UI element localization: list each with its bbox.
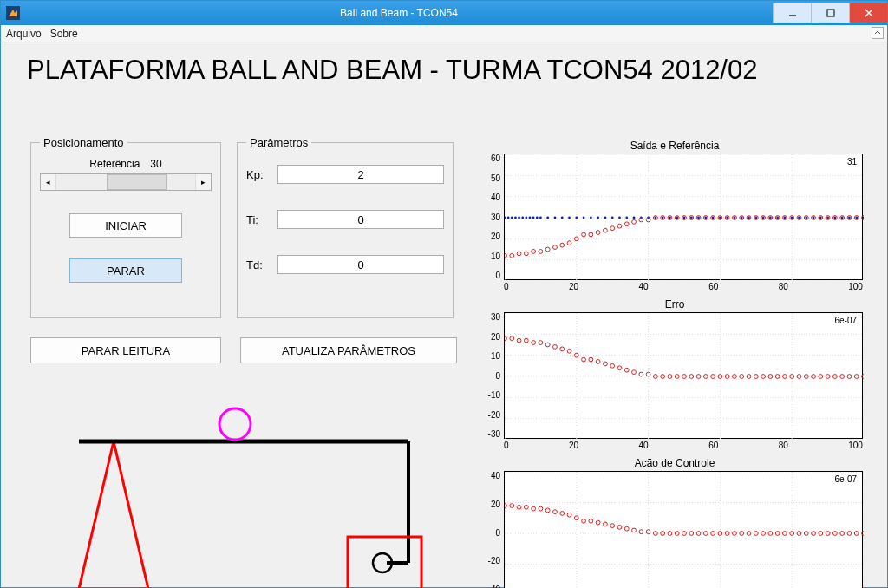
svg-point-202 — [510, 504, 514, 508]
slider-thumb[interactable] — [107, 174, 167, 190]
svg-point-49 — [683, 217, 686, 219]
svg-point-69 — [826, 217, 829, 219]
td-label: Td: — [246, 258, 269, 271]
svg-point-145 — [545, 343, 550, 347]
stop-read-button[interactable]: PARAR LEITURA — [30, 337, 221, 363]
svg-point-181 — [804, 375, 808, 379]
slider-track[interactable] — [56, 174, 195, 190]
svg-point-212 — [582, 519, 586, 523]
chart-title: Acão de Controle — [478, 457, 872, 469]
svg-point-204 — [524, 505, 528, 509]
svg-point-58 — [748, 217, 750, 219]
svg-point-148 — [567, 349, 571, 353]
svg-point-210 — [567, 513, 571, 517]
chart-2: Acão de Controle 40200-20-40 6e-07 02040… — [478, 457, 872, 588]
positioning-legend: Posicionamento — [40, 136, 127, 149]
svg-point-34 — [575, 217, 578, 219]
svg-point-218 — [624, 526, 629, 531]
svg-point-91 — [617, 224, 622, 228]
svg-point-152 — [596, 360, 600, 364]
svg-point-86 — [582, 232, 586, 237]
svg-point-26 — [529, 217, 532, 219]
y-axis-labels: 6050403020100 — [478, 154, 504, 280]
svg-point-47 — [669, 217, 671, 219]
svg-point-237 — [761, 532, 766, 536]
svg-point-66 — [805, 217, 807, 219]
maximize-button[interactable] — [811, 3, 849, 23]
svg-point-90 — [610, 226, 615, 231]
reference-slider[interactable]: ◂ ▸ — [40, 173, 212, 191]
svg-point-61 — [769, 217, 772, 219]
svg-point-71 — [841, 217, 844, 219]
parameters-panel: Parâmetros Kp: Ti: Td: — [237, 136, 454, 318]
svg-point-219 — [632, 528, 637, 532]
slider-left-arrow-icon[interactable]: ◂ — [41, 174, 56, 190]
svg-point-80 — [539, 250, 543, 254]
svg-point-45 — [654, 217, 656, 219]
parameters-legend: Parâmetros — [246, 136, 311, 149]
menu-file[interactable]: Arquivo — [6, 28, 42, 40]
svg-point-92 — [624, 222, 629, 226]
svg-point-158 — [639, 372, 643, 376]
svg-point-214 — [596, 520, 600, 525]
svg-point-29 — [539, 217, 542, 219]
svg-point-39 — [611, 217, 614, 219]
chart-plot-area: 31 — [504, 154, 863, 280]
beam-diagram — [36, 389, 452, 588]
chart-annotation: 6e-07 — [834, 474, 857, 484]
svg-point-213 — [589, 519, 593, 523]
chart-1: Erro 3020100-10-20-30 6e-07 020406080100 — [478, 298, 872, 450]
y-axis-labels: 40200-20-40 — [478, 471, 504, 588]
svg-point-67 — [813, 217, 815, 219]
svg-point-55 — [726, 217, 728, 219]
svg-point-38 — [604, 217, 607, 219]
ball-icon — [219, 408, 251, 440]
svg-point-208 — [553, 510, 558, 514]
svg-point-64 — [791, 217, 793, 219]
td-input[interactable] — [278, 255, 444, 274]
svg-point-205 — [532, 506, 536, 511]
update-params-button[interactable]: ATUALIZA PARÂMETROS — [240, 337, 457, 363]
svg-point-75 — [505, 253, 506, 258]
svg-point-203 — [517, 505, 521, 509]
chart-plot-area: 6e-07 — [504, 471, 863, 588]
svg-point-185 — [832, 375, 837, 379]
svg-point-247 — [832, 532, 837, 536]
svg-point-150 — [582, 357, 586, 362]
svg-point-206 — [539, 506, 543, 511]
svg-point-57 — [741, 217, 743, 219]
svg-point-19 — [505, 217, 506, 219]
svg-point-27 — [532, 217, 535, 219]
svg-point-155 — [617, 366, 622, 370]
svg-point-216 — [610, 524, 615, 528]
chart-title: Saída e Referência — [478, 140, 872, 152]
window-title: Ball and Beam - TCON54 — [25, 7, 773, 19]
svg-point-147 — [560, 347, 565, 351]
minimize-button[interactable] — [773, 3, 811, 23]
svg-point-35 — [583, 217, 585, 219]
svg-point-46 — [662, 217, 664, 219]
svg-point-41 — [625, 217, 628, 219]
toolbar-dropdown-icon[interactable] — [872, 27, 884, 39]
slider-right-arrow-icon[interactable]: ▸ — [195, 174, 211, 190]
svg-point-160 — [653, 375, 657, 379]
close-button[interactable] — [849, 3, 887, 23]
svg-point-83 — [560, 243, 565, 247]
x-axis-labels: 020406080100 — [504, 280, 863, 291]
svg-point-89 — [604, 228, 608, 232]
menu-about[interactable]: Sobre — [50, 28, 78, 40]
stop-button[interactable]: PARAR — [69, 258, 182, 283]
svg-point-84 — [567, 241, 571, 245]
start-button[interactable]: INICIAR — [69, 213, 182, 238]
svg-point-140 — [510, 336, 514, 341]
svg-point-32 — [561, 217, 564, 219]
app-icon — [1, 1, 25, 25]
svg-point-74 — [863, 217, 864, 219]
ti-label: Ti: — [246, 213, 269, 226]
kp-input[interactable] — [278, 165, 444, 184]
svg-point-72 — [848, 217, 851, 219]
x-axis-labels: 020406080100 — [504, 439, 863, 450]
ti-input[interactable] — [278, 210, 444, 229]
svg-point-48 — [676, 217, 678, 219]
svg-point-144 — [539, 341, 543, 345]
